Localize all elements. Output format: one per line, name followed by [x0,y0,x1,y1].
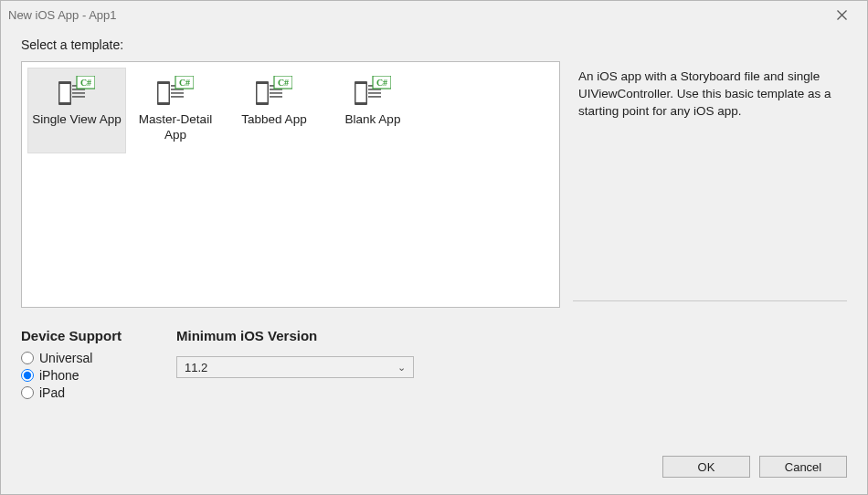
device-support-title: Device Support [21,328,122,343]
svg-rect-7 [72,96,85,98]
template-label: Blank App [328,112,418,128]
svg-text:C#: C# [80,78,91,88]
prompt-label: Select a template: [21,37,847,52]
csharp-app-icon: C# [355,76,391,107]
chevron-down-icon: ⌄ [397,362,406,374]
description-panel: An iOS app with a Storyboard file and si… [573,61,847,308]
svg-text:C#: C# [278,78,289,88]
dialog-window: New iOS App - App1 Select a template: [0,0,868,495]
template-grid: C# Single View App [27,68,554,153]
template-label: Master-Detail App [131,112,220,143]
svg-rect-31 [368,96,381,98]
template-and-description: C# Single View App [21,61,847,308]
csharp-app-icon: C# [157,76,194,107]
template-master-detail-app[interactable]: C# Master-Detail App [126,68,225,153]
svg-rect-14 [171,92,184,94]
svg-text:C#: C# [179,78,190,88]
dialog-footer: OK Cancel [1,450,867,494]
radio-label: Universal [39,351,92,365]
title-bar: New iOS App - App1 [1,1,867,28]
svg-rect-22 [270,92,282,94]
ok-button[interactable]: OK [662,456,750,478]
content-area: Select a template: [1,28,867,450]
radio-iphone[interactable]: iPhone [21,368,122,383]
template-description: An iOS app with a Storyboard file and si… [578,68,842,121]
svg-rect-15 [171,96,184,98]
radio-iphone-input[interactable] [21,369,34,382]
template-label: Single View App [32,112,122,128]
device-support-group: Device Support Universal iPhone iPad [21,328,122,403]
template-list[interactable]: C# Single View App [21,61,560,308]
window-title: New iOS App - App1 [8,8,117,22]
radio-label: iPhone [39,368,79,383]
template-label: Tabbed App [229,112,319,128]
min-ios-group: Minimum iOS Version 11.2 ⌄ [176,328,414,403]
svg-rect-27 [356,84,366,102]
radio-ipad-input[interactable] [21,386,34,399]
template-tabbed-app[interactable]: C# Tabbed App [225,68,323,153]
min-ios-select[interactable]: 11.2 ⌄ [176,356,414,378]
svg-rect-11 [159,84,169,102]
csharp-app-icon: C# [58,76,95,107]
radio-universal-input[interactable] [21,352,34,364]
svg-text:C#: C# [376,78,387,88]
template-blank-app[interactable]: C# Blank App [323,68,422,153]
min-ios-title: Minimum iOS Version [176,328,414,343]
min-ios-selected-value: 11.2 [185,361,207,374]
options-row: Device Support Universal iPhone iPad [21,328,847,403]
device-support-radios: Universal iPhone iPad [21,351,122,400]
svg-rect-19 [258,84,268,102]
radio-label: iPad [39,385,65,400]
cancel-button[interactable]: Cancel [759,456,847,478]
description-separator [573,300,847,301]
template-single-view-app[interactable]: C# Single View App [27,68,126,153]
svg-rect-23 [270,96,282,98]
csharp-app-icon: C# [256,76,292,107]
button-label: Cancel [785,460,821,474]
svg-rect-6 [72,92,85,94]
radio-ipad[interactable]: iPad [21,385,122,400]
close-icon [837,10,847,20]
radio-universal[interactable]: Universal [21,351,122,365]
svg-rect-3 [60,84,70,102]
close-button[interactable] [823,2,860,27]
svg-rect-30 [368,92,381,94]
button-label: OK [698,460,715,474]
